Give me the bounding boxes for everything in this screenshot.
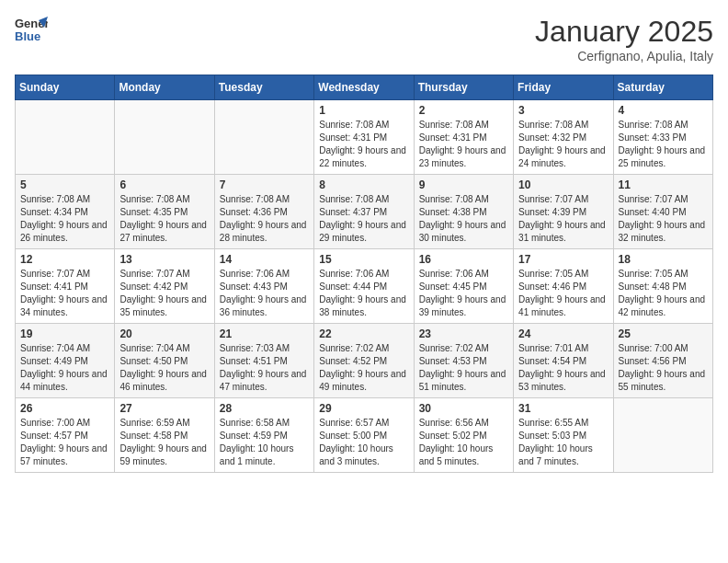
calendar-week-row: 5Sunrise: 7:08 AM Sunset: 4:34 PM Daylig…	[16, 175, 713, 249]
day-info: Sunrise: 7:02 AM Sunset: 4:53 PM Dayligh…	[419, 342, 508, 394]
calendar-cell	[16, 100, 115, 175]
calendar-cell: 13Sunrise: 7:07 AM Sunset: 4:42 PM Dayli…	[115, 249, 214, 324]
day-number: 8	[319, 178, 408, 191]
day-info: Sunrise: 7:06 AM Sunset: 4:43 PM Dayligh…	[220, 268, 309, 319]
day-info: Sunrise: 7:08 AM Sunset: 4:31 PM Dayligh…	[419, 119, 508, 170]
day-info: Sunrise: 7:08 AM Sunset: 4:34 PM Dayligh…	[20, 193, 109, 245]
calendar-cell: 5Sunrise: 7:08 AM Sunset: 4:34 PM Daylig…	[16, 175, 115, 249]
logo-graphic: General Blue	[15, 15, 48, 52]
day-number: 28	[220, 402, 309, 415]
calendar-cell: 21Sunrise: 7:03 AM Sunset: 4:51 PM Dayli…	[214, 324, 313, 398]
day-info: Sunrise: 6:59 AM Sunset: 4:58 PM Dayligh…	[119, 417, 209, 468]
day-info: Sunrise: 7:00 AM Sunset: 4:56 PM Dayligh…	[619, 342, 708, 394]
calendar-cell: 8Sunrise: 7:08 AM Sunset: 4:37 PM Daylig…	[314, 175, 414, 249]
calendar-cell: 17Sunrise: 7:05 AM Sunset: 4:46 PM Dayli…	[514, 249, 613, 324]
weekday-header: Monday	[115, 75, 214, 100]
weekday-header: Wednesday	[314, 75, 414, 100]
day-info: Sunrise: 6:57 AM Sunset: 5:00 PM Dayligh…	[319, 417, 408, 468]
day-number: 6	[119, 178, 209, 191]
calendar-cell: 20Sunrise: 7:04 AM Sunset: 4:50 PM Dayli…	[115, 324, 214, 398]
weekday-header: Tuesday	[214, 75, 313, 100]
calendar-cell: 30Sunrise: 6:56 AM Sunset: 5:02 PM Dayli…	[414, 398, 513, 473]
day-number: 5	[20, 178, 109, 191]
month-title: January 2025	[535, 15, 713, 49]
day-number: 10	[518, 178, 608, 191]
calendar-week-row: 19Sunrise: 7:04 AM Sunset: 4:49 PM Dayli…	[16, 324, 713, 398]
calendar-cell: 19Sunrise: 7:04 AM Sunset: 4:49 PM Dayli…	[16, 324, 115, 398]
day-info: Sunrise: 7:07 AM Sunset: 4:39 PM Dayligh…	[518, 193, 608, 245]
day-info: Sunrise: 7:05 AM Sunset: 4:46 PM Dayligh…	[518, 268, 608, 319]
calendar-cell: 4Sunrise: 7:08 AM Sunset: 4:33 PM Daylig…	[613, 100, 712, 175]
page-header: General Blue January 2025 Cerfignano, Ap…	[15, 15, 713, 63]
calendar-cell	[115, 100, 214, 175]
day-number: 16	[419, 253, 508, 266]
day-info: Sunrise: 6:56 AM Sunset: 5:02 PM Dayligh…	[419, 417, 508, 468]
calendar-cell: 1Sunrise: 7:08 AM Sunset: 4:31 PM Daylig…	[314, 100, 414, 175]
calendar-cell: 11Sunrise: 7:07 AM Sunset: 4:40 PM Dayli…	[613, 175, 712, 249]
calendar-cell: 28Sunrise: 6:58 AM Sunset: 4:59 PM Dayli…	[214, 398, 313, 473]
day-number: 21	[220, 327, 309, 340]
day-number: 1	[319, 104, 408, 117]
day-info: Sunrise: 7:07 AM Sunset: 4:40 PM Dayligh…	[619, 193, 708, 245]
calendar-cell: 9Sunrise: 7:08 AM Sunset: 4:38 PM Daylig…	[414, 175, 513, 249]
day-info: Sunrise: 7:05 AM Sunset: 4:48 PM Dayligh…	[619, 268, 708, 319]
day-number: 4	[619, 104, 708, 117]
day-info: Sunrise: 7:08 AM Sunset: 4:37 PM Dayligh…	[319, 193, 408, 245]
day-number: 3	[518, 104, 608, 117]
calendar-cell	[613, 398, 712, 473]
calendar-cell: 24Sunrise: 7:01 AM Sunset: 4:54 PM Dayli…	[514, 324, 613, 398]
day-number: 13	[119, 253, 209, 266]
weekday-header: Sunday	[16, 75, 115, 100]
weekday-header-row: SundayMondayTuesdayWednesdayThursdayFrid…	[16, 75, 713, 100]
day-info: Sunrise: 7:04 AM Sunset: 4:49 PM Dayligh…	[20, 342, 109, 394]
day-number: 24	[518, 327, 608, 340]
day-number: 25	[619, 327, 708, 340]
day-number: 14	[220, 253, 309, 266]
day-number: 26	[20, 402, 109, 415]
calendar-cell: 26Sunrise: 7:00 AM Sunset: 4:57 PM Dayli…	[16, 398, 115, 473]
day-info: Sunrise: 7:08 AM Sunset: 4:33 PM Dayligh…	[619, 119, 708, 170]
day-info: Sunrise: 7:02 AM Sunset: 4:52 PM Dayligh…	[319, 342, 408, 394]
calendar-cell: 16Sunrise: 7:06 AM Sunset: 4:45 PM Dayli…	[414, 249, 513, 324]
calendar-cell: 10Sunrise: 7:07 AM Sunset: 4:39 PM Dayli…	[514, 175, 613, 249]
title-block: January 2025 Cerfignano, Apulia, Italy	[535, 15, 713, 63]
day-number: 18	[619, 253, 708, 266]
day-number: 19	[20, 327, 109, 340]
calendar-cell	[214, 100, 313, 175]
calendar-cell: 3Sunrise: 7:08 AM Sunset: 4:32 PM Daylig…	[514, 100, 613, 175]
day-number: 9	[419, 178, 508, 191]
calendar-cell: 2Sunrise: 7:08 AM Sunset: 4:31 PM Daylig…	[414, 100, 513, 175]
day-info: Sunrise: 6:55 AM Sunset: 5:03 PM Dayligh…	[518, 417, 608, 468]
day-number: 17	[518, 253, 608, 266]
calendar-cell: 27Sunrise: 6:59 AM Sunset: 4:58 PM Dayli…	[115, 398, 214, 473]
logo: General Blue	[15, 15, 48, 52]
day-info: Sunrise: 7:03 AM Sunset: 4:51 PM Dayligh…	[220, 342, 309, 394]
day-number: 2	[419, 104, 508, 117]
calendar-cell: 23Sunrise: 7:02 AM Sunset: 4:53 PM Dayli…	[414, 324, 513, 398]
weekday-header: Thursday	[414, 75, 513, 100]
day-number: 29	[319, 402, 408, 415]
calendar-cell: 7Sunrise: 7:08 AM Sunset: 4:36 PM Daylig…	[214, 175, 313, 249]
location-title: Cerfignano, Apulia, Italy	[535, 49, 713, 63]
day-number: 30	[419, 402, 508, 415]
day-info: Sunrise: 7:08 AM Sunset: 4:31 PM Dayligh…	[319, 119, 408, 170]
day-number: 20	[119, 327, 209, 340]
day-number: 12	[20, 253, 109, 266]
calendar-cell: 31Sunrise: 6:55 AM Sunset: 5:03 PM Dayli…	[514, 398, 613, 473]
calendar-week-row: 1Sunrise: 7:08 AM Sunset: 4:31 PM Daylig…	[16, 100, 713, 175]
day-info: Sunrise: 7:00 AM Sunset: 4:57 PM Dayligh…	[20, 417, 109, 468]
day-info: Sunrise: 7:06 AM Sunset: 4:44 PM Dayligh…	[319, 268, 408, 319]
day-info: Sunrise: 7:07 AM Sunset: 4:41 PM Dayligh…	[20, 268, 109, 319]
day-info: Sunrise: 7:08 AM Sunset: 4:32 PM Dayligh…	[518, 119, 608, 170]
calendar-cell: 18Sunrise: 7:05 AM Sunset: 4:48 PM Dayli…	[613, 249, 712, 324]
calendar-cell: 6Sunrise: 7:08 AM Sunset: 4:35 PM Daylig…	[115, 175, 214, 249]
weekday-header: Friday	[514, 75, 613, 100]
calendar-cell: 22Sunrise: 7:02 AM Sunset: 4:52 PM Dayli…	[314, 324, 414, 398]
day-info: Sunrise: 7:08 AM Sunset: 4:35 PM Dayligh…	[119, 193, 209, 245]
day-info: Sunrise: 7:07 AM Sunset: 4:42 PM Dayligh…	[119, 268, 209, 319]
day-info: Sunrise: 7:04 AM Sunset: 4:50 PM Dayligh…	[119, 342, 209, 394]
calendar-cell: 29Sunrise: 6:57 AM Sunset: 5:00 PM Dayli…	[314, 398, 414, 473]
day-number: 27	[119, 402, 209, 415]
day-number: 31	[518, 402, 608, 415]
day-number: 15	[319, 253, 408, 266]
